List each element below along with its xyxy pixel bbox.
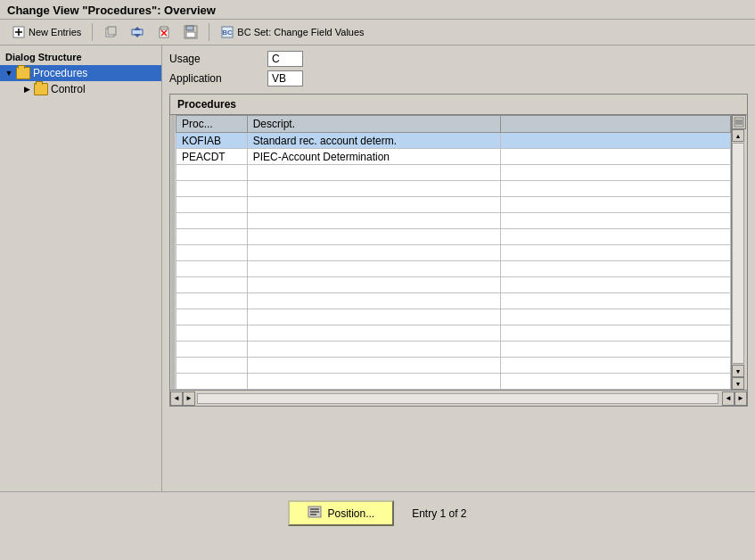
delete-button[interactable] xyxy=(152,22,176,42)
new-entries-icon xyxy=(12,25,26,39)
hscroll-left-button[interactable]: ◄ xyxy=(170,391,183,406)
table-row-empty xyxy=(176,181,730,197)
table-row[interactable]: PEACDT PIEC-Account Determination xyxy=(176,149,730,165)
new-entries-label: New Entries xyxy=(29,27,81,37)
table-area: Proc... Descript. KOFIAB Standard rec. a… xyxy=(170,115,747,390)
cell-proc-2: PEACDT xyxy=(176,149,247,165)
bc-set-button[interactable]: BC BC Set: Change Field Values xyxy=(216,22,368,42)
procedures-table: Proc... Descript. KOFIAB Standard rec. a… xyxy=(176,115,731,390)
cell-empty-2 xyxy=(500,149,730,165)
table-scroll-area: Proc... Descript. KOFIAB Standard rec. a… xyxy=(170,115,731,390)
sidebar-item-procedures[interactable]: ▼ Procedures xyxy=(0,65,161,81)
content-area: Usage C Application VB Procedures xyxy=(162,45,755,534)
new-entries-button[interactable]: New Entries xyxy=(7,22,86,42)
svg-rect-4 xyxy=(108,27,116,35)
sidebar-label-procedures: Procedures xyxy=(33,67,87,79)
sidebar-label-control: Control xyxy=(51,83,86,95)
application-field-row: Application VB xyxy=(169,70,748,86)
horizontal-scrollbar: ◄ ► ◄ ► xyxy=(170,390,747,406)
action-bar: Position... Entry 1 of 2 xyxy=(0,491,755,534)
sidebar: Dialog Structure ▼ Procedures ▶ Control xyxy=(0,45,162,534)
hscroll-right-nav: ◄ ► xyxy=(722,391,747,406)
window-title: Change View "Procedures": Overview xyxy=(7,4,216,17)
table-with-handle: Proc... Descript. KOFIAB Standard rec. a… xyxy=(170,115,731,390)
toolbar-sep-1 xyxy=(92,23,93,41)
sidebar-header: Dialog Structure xyxy=(0,49,161,65)
application-value: VB xyxy=(267,70,303,86)
copy-button[interactable] xyxy=(99,22,122,42)
vertical-scrollbar: ▲ ▼ ▼ xyxy=(731,115,747,390)
table-row-empty xyxy=(176,277,730,293)
hscroll-nav-left-button[interactable]: ◄ xyxy=(722,391,734,406)
table-row-empty xyxy=(176,374,730,390)
table-row-empty xyxy=(176,342,730,358)
table-row-empty xyxy=(176,325,730,342)
col-header-empty xyxy=(500,116,730,133)
main-area: Dialog Structure ▼ Procedures ▶ Control … xyxy=(0,45,755,534)
sidebar-item-control[interactable]: ▶ Control xyxy=(0,81,161,97)
tree-toggle-control[interactable]: ▶ xyxy=(21,84,32,95)
cell-descript-1: Standard rec. account determ. xyxy=(247,133,500,149)
table-header-row: Proc... Descript. xyxy=(176,116,730,133)
table-row-empty xyxy=(176,229,730,245)
scroll-down-button-2[interactable]: ▼ xyxy=(732,377,744,390)
scroll-up-button[interactable]: ▲ xyxy=(732,129,744,142)
cell-empty-1 xyxy=(500,133,730,149)
svg-rect-13 xyxy=(186,26,193,30)
delete-icon xyxy=(157,25,171,39)
scroll-down-button-1[interactable]: ▼ xyxy=(732,365,744,377)
hscroll-nav-right-button[interactable]: ► xyxy=(734,391,747,406)
usage-field-row: Usage C xyxy=(169,51,748,67)
table-row-empty xyxy=(176,261,730,277)
folder-icon-control xyxy=(34,83,48,95)
cell-proc-1: KOFIAB xyxy=(176,133,247,149)
save-icon xyxy=(184,25,198,39)
procedures-container: Procedures Proc... Desc xyxy=(169,94,748,407)
usage-label: Usage xyxy=(169,53,267,65)
title-bar: Change View "Procedures": Overview xyxy=(0,0,755,20)
scroll-track[interactable] xyxy=(732,143,744,364)
position-button[interactable]: Position... xyxy=(288,500,394,526)
table-row[interactable]: KOFIAB Standard rec. account determ. xyxy=(176,133,730,149)
application-label: Application xyxy=(169,72,267,85)
hscroll-right-button[interactable]: ► xyxy=(183,391,195,406)
table-row-empty xyxy=(176,197,730,213)
move-icon xyxy=(130,25,144,39)
svg-marker-6 xyxy=(134,27,141,30)
copy-icon xyxy=(103,25,118,39)
toolbar: New Entries xyxy=(0,20,755,45)
entry-info: Entry 1 of 2 xyxy=(412,507,466,520)
move-button[interactable] xyxy=(126,22,149,42)
table-row-empty xyxy=(176,309,730,325)
usage-value: C xyxy=(267,51,303,67)
svg-rect-14 xyxy=(186,32,195,37)
folder-icon-procedures xyxy=(16,67,30,79)
table-settings-icon[interactable] xyxy=(732,115,746,129)
table-row-empty xyxy=(176,165,730,181)
hscroll-track[interactable] xyxy=(197,393,718,404)
toolbar-sep-2 xyxy=(209,23,209,41)
position-icon xyxy=(308,506,322,521)
svg-marker-7 xyxy=(134,34,141,37)
table-row-empty xyxy=(176,245,730,261)
procedures-table-header: Procedures xyxy=(170,95,747,115)
position-button-label: Position... xyxy=(327,507,374,520)
save-button[interactable] xyxy=(179,22,202,42)
col-header-descript: Descript. xyxy=(247,116,500,133)
table-row-empty xyxy=(176,213,730,229)
bc-set-label: BC Set: Change Field Values xyxy=(237,27,364,37)
bc-set-icon: BC xyxy=(220,25,234,39)
table-body: KOFIAB Standard rec. account determ. PEA… xyxy=(176,133,730,390)
svg-text:BC: BC xyxy=(223,29,234,37)
cell-descript-2: PIEC-Account Determination xyxy=(247,149,500,165)
column-drag-handle[interactable] xyxy=(171,115,175,390)
table-row-empty xyxy=(176,358,730,374)
svg-rect-11 xyxy=(160,27,168,29)
table-row-empty xyxy=(176,293,730,309)
scroll-bottom-buttons: ▼ ▼ xyxy=(732,365,747,390)
tree-toggle-procedures[interactable]: ▼ xyxy=(4,68,14,78)
col-header-proc: Proc... xyxy=(176,116,247,133)
